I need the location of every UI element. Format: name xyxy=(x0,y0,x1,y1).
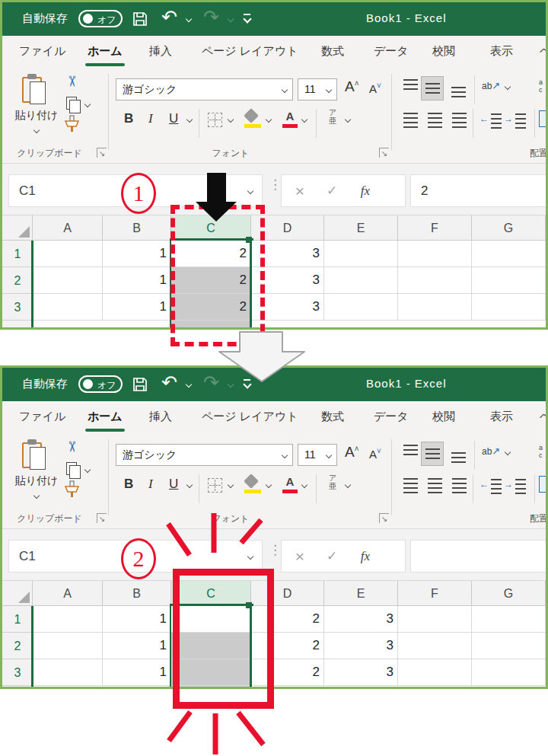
tab-help-partial[interactable]: ヘ xyxy=(540,44,548,59)
tab-formulas[interactable]: 数式 xyxy=(321,410,344,424)
tab-home[interactable]: ホーム xyxy=(88,410,123,424)
cell-b1[interactable]: 1 xyxy=(103,606,171,633)
column-header-b[interactable]: B xyxy=(103,215,171,241)
column-header-f[interactable]: F xyxy=(398,581,472,606)
cell-a3[interactable] xyxy=(33,659,103,686)
font-color-icon[interactable]: A xyxy=(282,475,298,493)
cell-g3[interactable] xyxy=(472,659,546,686)
row-header-3[interactable]: 3 xyxy=(2,294,33,321)
italic-button[interactable]: I xyxy=(148,111,153,126)
redo-dropdown-chevron-icon[interactable] xyxy=(228,381,234,388)
align-middle-icon[interactable] xyxy=(421,76,444,100)
paste-dropdown-chevron-icon[interactable] xyxy=(33,127,40,134)
borders-dropdown-chevron-icon[interactable] xyxy=(228,482,234,489)
formula-input[interactable]: 2 xyxy=(410,174,547,207)
align-right-icon[interactable] xyxy=(450,477,468,495)
cell-b2[interactable]: 1 xyxy=(103,633,171,659)
cell-b3[interactable]: 1 xyxy=(103,659,171,686)
italic-button[interactable]: I xyxy=(148,477,153,492)
underline-button[interactable]: U xyxy=(169,477,178,492)
column-header-b[interactable]: B xyxy=(103,581,171,606)
wrap-text-icon[interactable] xyxy=(539,476,548,493)
cell-f1[interactable] xyxy=(398,241,472,267)
cell-f2[interactable] xyxy=(398,267,472,294)
cell-f1[interactable] xyxy=(398,606,472,633)
font-dialog-launcher-icon[interactable]: ↘ xyxy=(379,148,389,158)
format-painter-icon[interactable] xyxy=(63,115,80,133)
wrap-text-icon[interactable] xyxy=(539,110,548,127)
orientation-chevron-icon[interactable] xyxy=(505,84,511,91)
font-color-chevron-icon[interactable] xyxy=(301,482,308,489)
cell-f2[interactable] xyxy=(398,633,472,659)
font-name-chevron-icon[interactable] xyxy=(282,87,288,94)
bold-button[interactable]: B xyxy=(124,111,133,126)
borders-icon[interactable] xyxy=(208,113,222,127)
tab-insert[interactable]: 挿入 xyxy=(149,410,172,424)
insert-function-icon[interactable]: fx xyxy=(350,175,381,206)
borders-dropdown-chevron-icon[interactable] xyxy=(228,116,234,123)
cell-e2[interactable] xyxy=(324,267,398,294)
save-icon[interactable] xyxy=(132,376,148,393)
select-all-corner[interactable] xyxy=(2,581,33,606)
column-header-g[interactable]: G xyxy=(472,215,546,241)
font-size-select[interactable]: 11 xyxy=(298,444,337,466)
underline-dropdown-chevron-icon[interactable] xyxy=(186,482,193,489)
borders-icon[interactable] xyxy=(208,478,222,493)
cell-e3[interactable] xyxy=(324,294,398,321)
cell-e2[interactable]: 3 xyxy=(324,633,398,659)
cell-a2[interactable] xyxy=(33,633,103,659)
increase-font-size-button[interactable]: A˄ xyxy=(345,78,359,95)
cell-g3[interactable] xyxy=(472,294,546,321)
quick-access-customize-icon[interactable] xyxy=(243,14,252,23)
tab-formulas[interactable]: 数式 xyxy=(321,44,344,59)
quick-access-customize-icon[interactable] xyxy=(243,379,252,388)
cell-a1[interactable] xyxy=(33,241,103,267)
underline-dropdown-chevron-icon[interactable] xyxy=(186,116,193,123)
tab-review[interactable]: 校閲 xyxy=(432,44,455,59)
name-box-chevron-icon[interactable] xyxy=(247,188,254,195)
row-header-1[interactable]: 1 xyxy=(2,606,33,633)
font-size-chevron-icon[interactable] xyxy=(326,452,333,459)
cell-f3[interactable] xyxy=(398,294,472,321)
align-bottom-icon[interactable] xyxy=(449,445,467,463)
align-middle-icon[interactable] xyxy=(421,442,444,466)
align-top-icon[interactable] xyxy=(401,445,419,463)
increase-font-size-button[interactable]: A˄ xyxy=(345,444,359,461)
cell-f3[interactable] xyxy=(398,659,472,686)
bold-button[interactable]: B xyxy=(124,477,133,492)
furigana-icon[interactable]: ア亜 xyxy=(325,474,340,493)
tab-review[interactable]: 校閲 xyxy=(432,410,455,424)
cell-e1[interactable]: 3 xyxy=(324,606,398,633)
font-name-select[interactable]: 游ゴシック xyxy=(116,444,293,466)
cell-g2[interactable] xyxy=(472,633,546,659)
fill-color-chevron-icon[interactable] xyxy=(266,116,272,123)
row-header-2[interactable]: 2 xyxy=(2,267,33,294)
cell-a2[interactable] xyxy=(33,267,103,294)
cell-b2[interactable]: 1 xyxy=(103,267,171,294)
furigana-chevron-icon[interactable] xyxy=(345,482,352,489)
format-painter-icon[interactable] xyxy=(63,480,80,499)
name-box-chevron-icon[interactable] xyxy=(247,553,254,560)
tab-page-layout[interactable]: ページ レイアウト xyxy=(202,44,298,59)
column-header-e[interactable]: E xyxy=(324,215,398,241)
decrease-font-size-button[interactable]: A˅ xyxy=(369,447,381,461)
align-center-icon[interactable] xyxy=(425,477,444,495)
formula-input[interactable] xyxy=(410,540,547,573)
cancel-icon[interactable]: × xyxy=(285,541,315,572)
tab-data[interactable]: データ xyxy=(374,44,409,59)
orientation-chevron-icon[interactable] xyxy=(505,449,511,456)
enter-icon[interactable]: ✓ xyxy=(317,175,347,206)
align-left-icon[interactable] xyxy=(401,477,419,495)
tab-insert[interactable]: 挿入 xyxy=(149,44,172,59)
font-size-select[interactable]: 11 xyxy=(298,78,337,100)
column-header-f[interactable]: F xyxy=(398,215,472,241)
font-color-icon[interactable]: A xyxy=(282,110,298,128)
tab-file[interactable]: ファイル xyxy=(19,44,65,59)
row-header-2[interactable]: 2 xyxy=(2,633,33,659)
text-orientation-icon[interactable]: ab↗ xyxy=(482,445,503,464)
fill-color-chevron-icon[interactable] xyxy=(266,482,272,489)
decrease-indent-icon[interactable]: ← xyxy=(482,112,502,127)
tab-view[interactable]: 表示 xyxy=(490,44,513,59)
paste-button[interactable]: 貼り付け xyxy=(10,72,63,144)
tab-view[interactable]: 表示 xyxy=(490,410,513,424)
